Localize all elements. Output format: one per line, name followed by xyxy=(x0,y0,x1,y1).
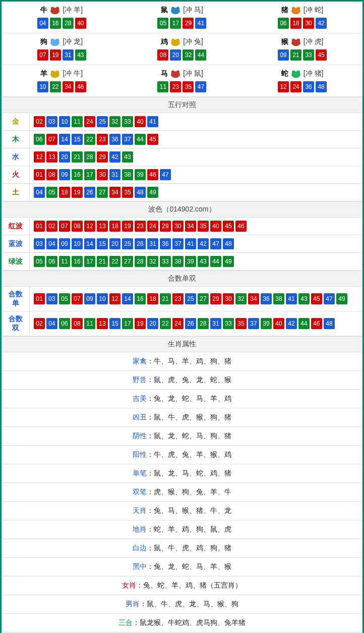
number-ball: 11 xyxy=(72,116,83,127)
number-ball: 20 xyxy=(147,318,158,329)
svg-point-22 xyxy=(171,71,175,74)
number-ball: 08 xyxy=(157,49,168,61)
wuxing-table: 五行对照 金 02031011242532334041 木 0607141522… xyxy=(2,97,362,201)
row-label: 合数双 xyxy=(2,311,30,336)
number-ball: 32 xyxy=(183,49,194,61)
number-ball: 16 xyxy=(50,18,61,29)
table-row: 合数单 010305070910121416182123252729303234… xyxy=(2,287,362,311)
attr-sep: ： xyxy=(147,506,154,514)
attr-value: 虎、猴、狗、兔、羊、牛 xyxy=(154,488,231,496)
number-ball: 23 xyxy=(170,81,181,92)
zodiac-icon xyxy=(48,68,62,79)
svg-point-17 xyxy=(296,39,300,42)
number-ball: 11 xyxy=(59,256,70,267)
attr-value: 鼠、牛、虎、鸡、狗、猪 xyxy=(154,544,231,552)
row-label: 木 xyxy=(2,131,30,148)
attr-category: 家禽 xyxy=(133,357,147,365)
number-ball: 07 xyxy=(59,221,70,232)
row-label: 水 xyxy=(2,148,30,166)
number-ball: 48 xyxy=(135,187,146,198)
number-ball: 25 xyxy=(122,238,133,249)
number-ball: 28 xyxy=(135,256,146,267)
zodiac-cell: 猴 [冲 虎] 09213345 xyxy=(242,33,362,65)
row-balls: 05061116172122272832333839434449 xyxy=(30,253,362,271)
number-ball: 09 xyxy=(278,49,289,61)
attr-category: 天肖 xyxy=(133,506,147,514)
number-ball: 19 xyxy=(50,49,61,61)
attr-sep: ： xyxy=(140,600,147,608)
zodiac-name: 狗 xyxy=(40,37,47,46)
svg-point-23 xyxy=(176,71,180,74)
attr-cell: 阴性：鼠、龙、蛇、马、狗、猪 xyxy=(2,427,362,446)
number-ball: 47 xyxy=(195,81,206,92)
number-ball: 17 xyxy=(170,18,181,29)
attr-sep: ： xyxy=(147,357,154,365)
number-ball: 10 xyxy=(37,81,48,92)
number-ball: 37 xyxy=(172,238,184,249)
zodiac-name-row: 蛇 [冲 猪] xyxy=(281,68,324,79)
number-ball: 16 xyxy=(72,256,83,267)
zodiac-cell: 鸡 [冲 兔] 08203244 xyxy=(122,33,242,65)
number-ball: 26 xyxy=(185,318,196,329)
number-ball: 33 xyxy=(303,49,314,61)
zodiac-conflict: [冲 蛇] xyxy=(304,6,324,15)
number-ball: 08 xyxy=(72,318,83,329)
number-ball: 28 xyxy=(63,18,74,29)
number-ball: 18 xyxy=(109,221,120,232)
attr-sep: ： xyxy=(136,581,143,589)
zodiac-balls: 05172941 xyxy=(122,18,242,29)
table-row: 金 02031011242532334041 xyxy=(2,113,362,131)
svg-point-5 xyxy=(176,7,180,11)
number-ball: 13 xyxy=(97,221,108,232)
attr-sep: ： xyxy=(147,376,154,384)
attr-sep: ： xyxy=(147,562,154,570)
number-ball: 03 xyxy=(46,293,57,304)
number-ball: 37 xyxy=(122,134,133,145)
number-ball: 17 xyxy=(84,256,95,267)
number-ball: 21 xyxy=(290,49,301,61)
attr-category: 白边 xyxy=(133,544,147,552)
table-row: 红波 0102070812131819232429303435404546 xyxy=(2,218,362,235)
row-label: 土 xyxy=(2,184,30,201)
zodiac-icon xyxy=(169,36,182,47)
zodiac-balls: 04162840 xyxy=(2,18,122,29)
attr-sep: ： xyxy=(147,432,154,440)
zodiac-name: 蛇 xyxy=(281,69,288,78)
attr-category: 吉美 xyxy=(133,394,147,402)
svg-point-26 xyxy=(296,71,300,74)
number-ball: 32 xyxy=(235,293,247,304)
attr-cell: 女肖：兔、蛇、羊、鸡、猪（五宫肖） xyxy=(2,576,362,595)
number-ball: 33 xyxy=(160,256,171,267)
zodiac-name: 牛 xyxy=(40,6,47,15)
attr-cell: 男肖：鼠、牛、虎、龙、马、猴、狗 xyxy=(2,595,362,614)
number-ball: 28 xyxy=(198,318,209,329)
number-ball: 09 xyxy=(59,169,70,180)
number-ball: 29 xyxy=(97,151,108,163)
attr-category: 野兽 xyxy=(133,376,147,384)
number-ball: 43 xyxy=(75,49,86,61)
zodiac-balls: 10223446 xyxy=(2,81,122,92)
zodiac-balls: 08203244 xyxy=(122,49,242,61)
number-ball: 13 xyxy=(46,151,57,163)
number-ball: 22 xyxy=(160,318,171,329)
number-ball: 45 xyxy=(223,221,234,232)
attr-row: 阳性：牛、虎、兔、羊、猴、鸡 xyxy=(2,446,362,464)
zodiac-cell: 牛 [冲 羊] 04162840 xyxy=(2,2,122,33)
row-label: 红波 xyxy=(2,218,30,235)
zodiac-balls: 12243648 xyxy=(242,81,362,92)
attr-category: 地肖 xyxy=(133,525,147,533)
number-ball: 23 xyxy=(172,293,184,304)
zodiac-name-row: 牛 [冲 羊] xyxy=(40,5,83,16)
number-ball: 06 xyxy=(34,134,45,145)
number-ball: 10 xyxy=(72,238,83,249)
svg-point-25 xyxy=(292,71,295,74)
attr-value: 鼠、牛、虎、猴、狗、猪 xyxy=(154,413,231,421)
row-balls: 0204060811131517192022242628313335373940… xyxy=(30,311,362,336)
attr-value: 兔、蛇、羊、鸡、猪（五宫肖） xyxy=(143,581,242,589)
number-ball: 42 xyxy=(198,238,209,249)
zodiac-name-row: 狗 [冲 龙] xyxy=(40,36,83,47)
attr-row: 黑中：兔、龙、蛇、马、羊、猴 xyxy=(2,558,362,576)
row-label: 绿波 xyxy=(2,253,30,271)
zodiac-balls: 06183042 xyxy=(242,18,362,29)
zodiac-conflict: [冲 鼠] xyxy=(183,69,203,78)
